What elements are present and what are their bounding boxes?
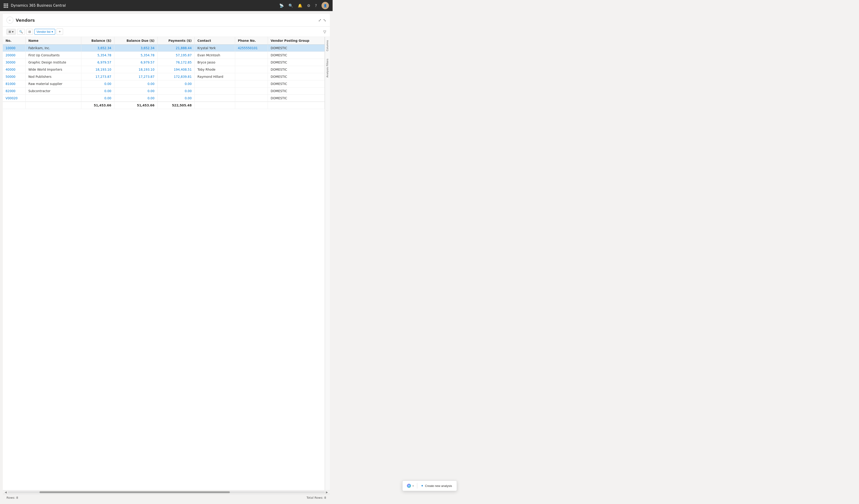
row-no[interactable]: 81000 (3, 80, 26, 88)
row-payments[interactable]: 57,195.87 (157, 52, 195, 59)
row-balance[interactable]: 0.00 (81, 88, 114, 95)
totals-empty-posting_group (268, 102, 325, 109)
add-button[interactable]: + (57, 28, 63, 35)
search-icon: 🔍 (19, 30, 23, 33)
row-posting-group: DOMESTIC (268, 45, 325, 52)
row-posting-group: DOMESTIC (268, 95, 325, 102)
table-row[interactable]: 30000Graphic Design Institute6,979.576,9… (3, 59, 325, 66)
collapse-icon[interactable]: ⤡ (323, 18, 326, 22)
table-row[interactable]: 50000Nod Publishers17,273.8717,273.87172… (3, 73, 325, 80)
row-balance[interactable]: 6,979.57 (81, 59, 114, 66)
filter-icon[interactable]: ▽ (323, 30, 326, 34)
row-balance-due[interactable]: 18,193.10 (114, 66, 157, 73)
search-button[interactable]: 🔍 (17, 29, 25, 35)
table-scroll[interactable]: No. Name Balance ($) Balance Due ($) Pay… (3, 37, 325, 490)
col-phone: Phone No. (235, 37, 268, 45)
row-balance[interactable]: 17,273.87 (81, 73, 114, 80)
scroll-right-arrow[interactable]: ▶ (325, 491, 329, 494)
row-contact (195, 80, 235, 88)
row-balance-due[interactable]: 17,273.87 (114, 73, 157, 80)
top-navigation: Dynamics 365 Business Central 📡 🔍 🔔 ⚙ ? … (0, 0, 333, 11)
vendor-list-button[interactable]: Vendor list ▾ (34, 29, 55, 35)
row-name: Nod Publishers (26, 73, 81, 80)
view-toggle-button[interactable]: ⊞ ▾ (6, 29, 16, 35)
scroll-left-arrow[interactable]: ◀ (4, 491, 7, 494)
col-contact: Contact (195, 37, 235, 45)
row-phone (235, 88, 268, 95)
notification-icon[interactable]: 🔔 (298, 3, 302, 8)
row-payments[interactable]: 0.00 (157, 80, 195, 88)
row-balance[interactable]: 0.00 (81, 80, 114, 88)
row-balance[interactable]: 0.00 (81, 95, 114, 102)
table-row[interactable]: 40000Wide World Importers18,193.1018,193… (3, 66, 325, 73)
row-balance-due[interactable]: 0.00 (114, 88, 157, 95)
side-panel: Columns Analysis Filters (325, 37, 330, 490)
scrollbar-thumb[interactable] (40, 491, 230, 493)
help-icon[interactable]: ? (315, 3, 317, 8)
row-payments[interactable]: 21,888.44 (157, 45, 195, 52)
totals-row: 51,453.6651,453.66522,505.48 (3, 102, 325, 109)
table-row[interactable]: 81000Raw material supplier0.000.000.00DO… (3, 80, 325, 88)
row-posting-group: DOMESTIC (268, 66, 325, 73)
scrollbar-track[interactable] (7, 491, 325, 493)
row-balance-due[interactable]: 0.00 (114, 80, 157, 88)
row-payments[interactable]: 194,408.51 (157, 66, 195, 73)
row-phone (235, 66, 268, 73)
row-balance-due[interactable]: 5,354.78 (114, 52, 157, 59)
col-balance: Balance ($) (81, 37, 114, 45)
apps-grid-icon[interactable] (4, 3, 8, 8)
table-row[interactable]: 20000First Up Consultants5,354.785,354.7… (3, 52, 325, 59)
toolbar: ⊞ ▾ 🔍 ⊟ Vendor list ▾ + ▽ (3, 27, 330, 37)
row-no[interactable]: 50000 (3, 73, 26, 80)
row-balance-due[interactable]: 6,979.57 (114, 59, 157, 66)
row-payments[interactable]: 172,839.81 (157, 73, 195, 80)
settings-icon[interactable]: ⚙ (307, 3, 310, 8)
row-phone[interactable]: 4255550101 (235, 45, 268, 52)
row-name (26, 95, 81, 102)
vendors-table: No. Name Balance ($) Balance Due ($) Pay… (3, 37, 325, 109)
analysis-filters-panel-label[interactable]: Analysis Filters (326, 57, 329, 79)
table-row[interactable]: 10000Fabrikam, Inc.3,652.343,652.3421,88… (3, 45, 325, 52)
col-payments: Payments ($) (157, 37, 195, 45)
back-button[interactable]: ← (6, 17, 13, 24)
search-icon[interactable]: 🔍 (288, 3, 293, 8)
row-balance-due[interactable]: 3,652.34 (114, 45, 157, 52)
row-no[interactable]: V00020 (3, 95, 26, 102)
row-payments[interactable]: 0.00 (157, 88, 195, 95)
row-balance-due[interactable]: 0.00 (114, 95, 157, 102)
table-view-button[interactable]: ⊟ (26, 29, 33, 35)
columns-panel-label[interactable]: Columns (326, 39, 329, 52)
row-no[interactable]: 10000 (3, 45, 26, 52)
row-name: Wide World Importers (26, 66, 81, 73)
row-contact: Evan McIntosh (195, 52, 235, 59)
totals-balance: 51,453.66 (81, 102, 114, 109)
horizontal-scrollbar[interactable]: ◀ ▶ (3, 490, 330, 494)
row-posting-group: DOMESTIC (268, 88, 325, 95)
row-contact: Toby Rhode (195, 66, 235, 73)
page-title: Vendors (16, 18, 316, 22)
row-no[interactable]: 82000 (3, 88, 26, 95)
row-contact: Raymond Hillard (195, 73, 235, 80)
table-row[interactable]: V000200.000.000.00DOMESTIC (3, 95, 325, 102)
row-no[interactable]: 30000 (3, 59, 26, 66)
row-payments[interactable]: 0.00 (157, 95, 195, 102)
totals-balance-due: 51,453.66 (114, 102, 157, 109)
row-name: Graphic Design Institute (26, 59, 81, 66)
row-no[interactable]: 40000 (3, 66, 26, 73)
user-avatar[interactable]: 👤 (321, 2, 329, 9)
row-balance[interactable]: 3,652.34 (81, 45, 114, 52)
main-container: ← Vendors ⤢ ⤡ ⊞ ▾ 🔍 ⊟ Vendor list ▾ + ▽ (3, 14, 330, 501)
row-balance[interactable]: 5,354.78 (81, 52, 114, 59)
totals-empty-contact (195, 102, 235, 109)
col-name: Name (26, 37, 81, 45)
row-balance[interactable]: 18,193.10 (81, 66, 114, 73)
expand-icon[interactable]: ⤢ (318, 18, 321, 22)
row-phone (235, 95, 268, 102)
row-payments[interactable]: 76,172.85 (157, 59, 195, 66)
row-no[interactable]: 20000 (3, 52, 26, 59)
nav-icons: 📡 🔍 🔔 ⚙ ? 👤 (279, 2, 329, 9)
vendor-list-chevron: ▾ (51, 30, 53, 33)
broadcast-icon[interactable]: 📡 (279, 3, 284, 8)
table-row[interactable]: 82000Subcontractor0.000.000.00DOMESTIC (3, 88, 325, 95)
row-posting-group: DOMESTIC (268, 59, 325, 66)
